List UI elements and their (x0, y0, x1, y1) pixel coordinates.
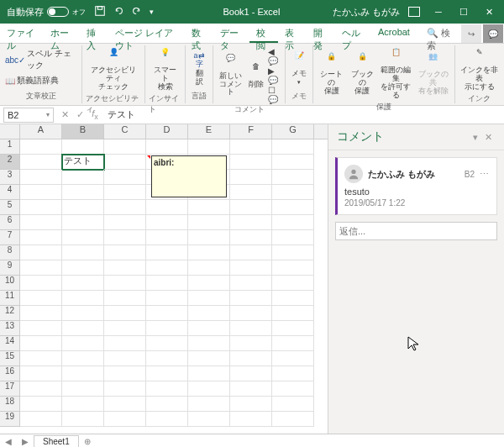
cell[interactable] (146, 245, 188, 260)
tab-home[interactable]: ホーム (44, 24, 80, 43)
cell[interactable] (188, 351, 230, 366)
allow-edit-ranges-button[interactable]: 📋範囲の編集 を許可する (378, 47, 413, 102)
cell[interactable] (20, 351, 62, 366)
cell[interactable] (104, 170, 146, 185)
new-comment-button[interactable]: 💬新しい コメント (217, 53, 244, 99)
cell[interactable] (104, 185, 146, 200)
cell[interactable] (20, 397, 62, 412)
cell[interactable] (272, 245, 314, 260)
cell[interactable] (272, 260, 314, 276)
cell[interactable] (104, 230, 146, 245)
cell[interactable] (272, 381, 314, 397)
cell[interactable] (188, 245, 230, 260)
show-comments-icon[interactable]: ☐💬 (268, 86, 282, 104)
cell[interactable] (188, 412, 230, 427)
cell[interactable] (62, 215, 104, 230)
cell[interactable] (104, 139, 146, 155)
cell[interactable] (62, 412, 104, 427)
name-box[interactable]: B2▾ (3, 108, 54, 123)
cancel-formula-icon[interactable]: ✕ (57, 109, 72, 120)
row-header[interactable]: 3 (0, 170, 20, 185)
cell[interactable] (62, 321, 104, 336)
row-header[interactable]: 17 (0, 381, 20, 397)
row-header[interactable]: 13 (0, 321, 20, 336)
cell[interactable] (104, 155, 146, 170)
translate-button[interactable]: a⇄字翻 訳 (189, 50, 209, 88)
spreadsheet-grid[interactable]: A B C D E F G 12テスト345678910111213141516… (0, 124, 328, 434)
redo-icon[interactable] (131, 5, 143, 18)
cell[interactable] (230, 366, 272, 381)
col-header[interactable]: E (188, 124, 230, 139)
cell[interactable] (20, 291, 62, 306)
cell[interactable] (230, 245, 272, 260)
cell[interactable] (188, 215, 230, 230)
cell[interactable] (146, 260, 188, 276)
cell[interactable] (188, 336, 230, 351)
cell[interactable] (146, 230, 188, 245)
row-header[interactable]: 18 (0, 397, 20, 412)
tab-search[interactable]: 🔍 検索 (420, 24, 460, 43)
row-header[interactable]: 16 (0, 366, 20, 381)
cell[interactable] (272, 291, 314, 306)
cell[interactable] (20, 260, 62, 276)
user-name[interactable]: たかふみ もがみ (333, 6, 400, 18)
qat-dropdown-icon[interactable]: ▾ (150, 8, 154, 16)
spellcheck-button[interactable]: abc✓スペル チェック (3, 47, 78, 72)
tab-formulas[interactable]: 数式 (185, 24, 213, 43)
cell[interactable] (188, 381, 230, 397)
pane-options-icon[interactable]: ▾ (470, 132, 481, 143)
cell[interactable] (272, 351, 314, 366)
sheet-nav-prev-icon[interactable]: ◀ (0, 437, 17, 446)
cell[interactable] (146, 397, 188, 412)
cell[interactable] (20, 185, 62, 200)
cell[interactable] (104, 200, 146, 215)
tab-layout[interactable]: ページ レイアウト (108, 24, 185, 43)
protect-book-button[interactable]: 🔒ブックの 保護 (348, 51, 377, 97)
cell[interactable] (104, 412, 146, 427)
cell[interactable] (272, 230, 314, 245)
cell[interactable] (272, 276, 314, 291)
row-header[interactable]: 14 (0, 336, 20, 351)
cell[interactable] (272, 321, 314, 336)
row-header[interactable]: 15 (0, 351, 20, 366)
cell[interactable] (20, 306, 62, 321)
cell[interactable] (146, 412, 188, 427)
tab-review[interactable]: 校閲 (249, 24, 278, 43)
cell[interactable] (62, 276, 104, 291)
cell[interactable] (230, 306, 272, 321)
cell[interactable] (188, 366, 230, 381)
cell[interactable] (230, 155, 272, 170)
row-header[interactable]: 11 (0, 291, 20, 306)
cell[interactable] (62, 291, 104, 306)
cell[interactable] (62, 336, 104, 351)
add-sheet-icon[interactable]: ⊕ (79, 437, 96, 446)
cell[interactable] (146, 200, 188, 215)
tab-acrobat[interactable]: Acrobat (371, 24, 417, 43)
save-icon[interactable] (94, 5, 106, 18)
cell[interactable] (62, 306, 104, 321)
autosave-toggle[interactable]: 自動保存 オフ (7, 6, 86, 18)
row-header[interactable]: 2 (0, 155, 20, 170)
cell[interactable] (20, 200, 62, 215)
cell[interactable] (20, 215, 62, 230)
cell[interactable] (272, 185, 314, 200)
cell[interactable] (146, 351, 188, 366)
cell[interactable] (188, 200, 230, 215)
tab-insert[interactable]: 挿入 (80, 24, 108, 43)
prev-comment-icon[interactable]: ◀💬 (268, 47, 282, 66)
tab-developer[interactable]: 開発 (307, 24, 335, 43)
cell[interactable] (146, 336, 188, 351)
tab-file[interactable]: ファイル (0, 24, 44, 43)
cell[interactable] (104, 351, 146, 366)
cell[interactable] (146, 139, 188, 155)
cell[interactable] (272, 412, 314, 427)
cell[interactable] (230, 139, 272, 155)
cell[interactable] (188, 260, 230, 276)
sheet-tab[interactable]: Sheet1 (34, 435, 79, 448)
cell[interactable] (230, 230, 272, 245)
tab-view[interactable]: 表示 (278, 24, 307, 43)
cell[interactable] (20, 412, 62, 427)
comment-card[interactable]: たかふみ もがみ B2 ⋯ tesuto 2019/05/17 1:22 (335, 157, 497, 215)
pane-close-icon[interactable]: ✕ (481, 132, 496, 143)
cell[interactable] (230, 397, 272, 412)
